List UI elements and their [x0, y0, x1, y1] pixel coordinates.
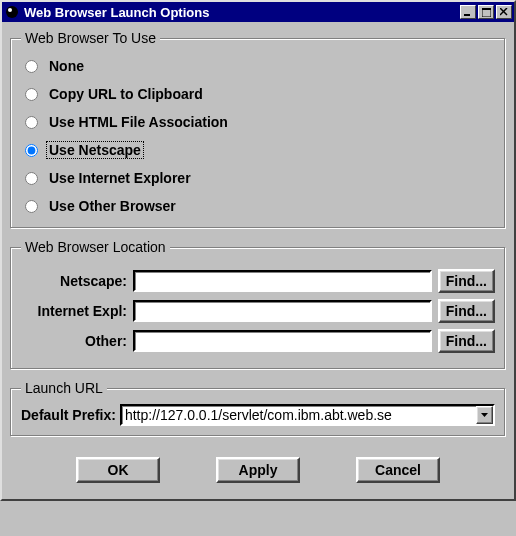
find-ie-button[interactable]: Find... [438, 299, 495, 323]
app-icon [4, 4, 20, 20]
group-legend: Launch URL [21, 380, 107, 396]
location-row-ie: Internet Expl: Find... [21, 299, 495, 323]
group-launch-url: Launch URL Default Prefix: http://127.0.… [10, 380, 506, 437]
cancel-button[interactable]: Cancel [356, 457, 440, 483]
radio-copy-url[interactable] [25, 88, 38, 101]
group-legend: Web Browser Location [21, 239, 170, 255]
svg-rect-4 [482, 8, 491, 10]
group-legend: Web Browser To Use [21, 30, 160, 46]
label-other: Other: [21, 333, 133, 349]
svg-point-0 [6, 6, 18, 18]
radio-label-ie: Use Internet Explorer [46, 169, 194, 187]
label-netscape: Netscape: [21, 273, 133, 289]
radio-label-html: Use HTML File Association [46, 113, 231, 131]
find-other-button[interactable]: Find... [438, 329, 495, 353]
input-other-path[interactable] [133, 330, 432, 352]
radio-row-netscape[interactable]: Use Netscape [21, 136, 495, 164]
svg-rect-2 [464, 14, 470, 16]
label-default-prefix: Default Prefix: [21, 407, 120, 423]
svg-point-1 [8, 8, 12, 12]
dialog-buttons: OK Apply Cancel [10, 447, 506, 495]
radio-row-other[interactable]: Use Other Browser [21, 192, 495, 220]
radio-other[interactable] [25, 200, 38, 213]
radio-netscape[interactable] [25, 144, 38, 157]
radio-label-netscape: Use Netscape [46, 141, 144, 159]
chevron-down-icon[interactable] [476, 406, 493, 424]
group-browser-to-use: Web Browser To Use None Copy URL to Clip… [10, 30, 506, 229]
radio-label-other: Use Other Browser [46, 197, 179, 215]
radio-row-ie[interactable]: Use Internet Explorer [21, 164, 495, 192]
svg-marker-7 [481, 413, 488, 417]
close-button[interactable] [496, 5, 512, 19]
window-controls [458, 5, 512, 19]
minimize-button[interactable] [460, 5, 476, 19]
dropdown-value: http://127.0.0.1/servlet/com.ibm.abt.web… [122, 407, 476, 423]
titlebar: Web Browser Launch Options [2, 2, 514, 22]
window-title: Web Browser Launch Options [24, 5, 458, 20]
radio-html-assoc[interactable] [25, 116, 38, 129]
radio-row-none[interactable]: None [21, 52, 495, 80]
input-ie-path[interactable] [133, 300, 432, 322]
window-frame: Web Browser Launch Options Web Browser T… [0, 0, 516, 501]
client-area: Web Browser To Use None Copy URL to Clip… [2, 22, 514, 499]
label-ie: Internet Expl: [21, 303, 133, 319]
find-netscape-button[interactable]: Find... [438, 269, 495, 293]
radio-row-copy[interactable]: Copy URL to Clipboard [21, 80, 495, 108]
radio-row-html[interactable]: Use HTML File Association [21, 108, 495, 136]
radio-none[interactable] [25, 60, 38, 73]
input-netscape-path[interactable] [133, 270, 432, 292]
radio-label-none: None [46, 57, 87, 75]
launch-prefix-row: Default Prefix: http://127.0.0.1/servlet… [21, 404, 495, 426]
radio-ie[interactable] [25, 172, 38, 185]
location-row-other: Other: Find... [21, 329, 495, 353]
ok-button[interactable]: OK [76, 457, 160, 483]
default-prefix-dropdown[interactable]: http://127.0.0.1/servlet/com.ibm.abt.web… [120, 404, 495, 426]
maximize-button[interactable] [478, 5, 494, 19]
apply-button[interactable]: Apply [216, 457, 300, 483]
group-browser-location: Web Browser Location Netscape: Find... I… [10, 239, 506, 370]
radio-label-copy: Copy URL to Clipboard [46, 85, 206, 103]
location-row-netscape: Netscape: Find... [21, 269, 495, 293]
